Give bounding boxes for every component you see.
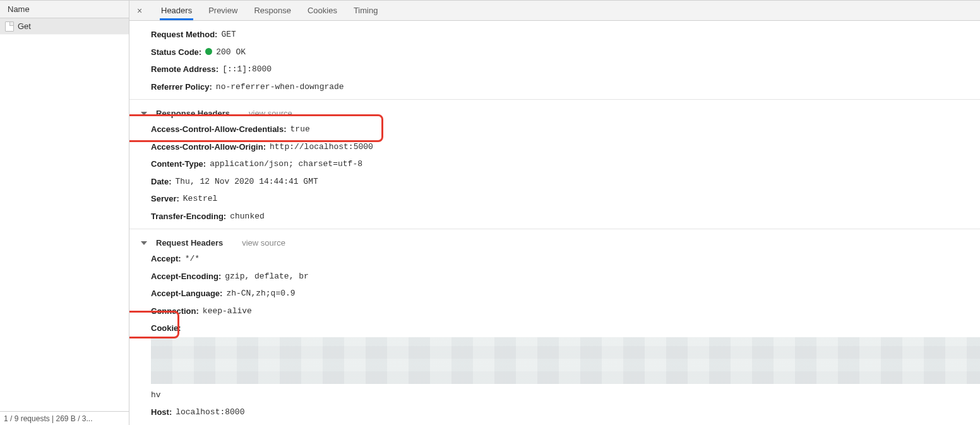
value-content-type: application/json; charset=utf-8 <box>210 158 362 171</box>
label-accept-encoding: Accept-Encoding: <box>151 270 221 283</box>
request-list-statusbar: 1 / 9 requests | 269 B / 3... <box>0 411 129 425</box>
request-item-name: Get <box>18 21 31 31</box>
request-list-item[interactable]: Get <box>0 18 129 35</box>
general-row-status: Status Code: 200 OK <box>141 44 980 61</box>
tab-preview[interactable]: Preview <box>207 1 239 20</box>
label-connection: Connection: <box>151 305 199 318</box>
tab-headers[interactable]: Headers <box>160 1 193 20</box>
request-headers-head[interactable]: Request Headers view source <box>141 234 980 250</box>
resp-row-te: Transfer-Encoding: chunked <box>141 208 980 225</box>
label-accept: Accept: <box>151 253 181 265</box>
chevron-down-icon <box>141 112 147 116</box>
general-row-method: Request Method: GET <box>141 26 980 44</box>
value-transfer-encoding: chunked <box>230 210 265 223</box>
resp-row-acac: Access-Control-Allow-Credentials: true <box>141 121 980 138</box>
resp-row-date: Date: Thu, 12 Nov 2020 14:44:41 GMT <box>141 173 980 191</box>
label-content-type: Content-Type: <box>151 158 206 171</box>
value-remote-address: [::1]:8000 <box>222 63 272 76</box>
general-row-refpolicy: Referrer Policy: no-referrer-when-downgr… <box>141 78 980 96</box>
response-headers-head[interactable]: Response Headers view source <box>141 105 980 121</box>
value-server: Kestrel <box>183 193 218 205</box>
tab-timing[interactable]: Timing <box>352 1 379 20</box>
req-row-accept-language: Accept-Language: zh-CN,zh;q=0.9 <box>141 285 980 302</box>
request-headers-view-source[interactable]: view source <box>242 238 285 248</box>
label-status-code: Status Code: <box>151 46 201 59</box>
label-cookie: Cookie: <box>151 322 181 335</box>
value-hv-fragment: hv <box>151 389 161 402</box>
resp-row-ct: Content-Type: application/json; charset=… <box>141 155 980 173</box>
request-headers-title: Request Headers <box>156 238 223 248</box>
value-status-code: 200 OK <box>205 46 246 59</box>
req-row-hv-fragment: hv <box>141 386 980 404</box>
value-acac: true <box>290 123 310 136</box>
value-accept: */* <box>185 253 200 265</box>
details-tabbar: × Headers Preview Response Cookies Timin… <box>129 1 980 21</box>
close-icon[interactable]: × <box>134 6 145 16</box>
resp-row-server: Server: Kestrel <box>141 190 980 208</box>
label-remote-address: Remote Address: <box>151 63 218 76</box>
response-headers-view-source[interactable]: view source <box>249 109 292 118</box>
chevron-down-icon <box>141 241 147 245</box>
resp-row-acao: Access-Control-Allow-Origin: http://loca… <box>141 138 980 156</box>
status-dot-icon <box>205 48 212 55</box>
req-row-accept-encoding: Accept-Encoding: gzip, deflate, br <box>141 268 980 285</box>
req-row-host: Host: localhost:8000 <box>141 404 980 421</box>
req-row-origin: Origin: http://localhost:5000 <box>141 421 980 426</box>
value-request-method: GET <box>221 28 236 41</box>
value-host: localhost:8000 <box>176 406 244 419</box>
request-list: Get <box>0 18 129 411</box>
label-accept-language: Accept-Language: <box>151 287 222 300</box>
devtools-network-panel: Name Get 1 / 9 requests | 269 B / 3... ×… <box>0 0 980 425</box>
label-host: Host: <box>151 406 172 419</box>
status-code-text: 200 OK <box>216 47 246 57</box>
request-list-pane: Name Get 1 / 9 requests | 269 B / 3... <box>0 1 129 425</box>
label-referrer-policy: Referrer Policy: <box>151 81 212 93</box>
req-row-cookie: Cookie: <box>141 320 980 337</box>
response-headers-section: Response Headers view source Access-Cont… <box>141 100 980 225</box>
general-row-remote: Remote Address: [::1]:8000 <box>141 61 980 78</box>
redacted-cookie-value <box>151 337 980 384</box>
value-date: Thu, 12 Nov 2020 14:44:41 GMT <box>176 176 318 188</box>
label-server: Server: <box>151 193 179 205</box>
request-list-header[interactable]: Name <box>0 1 129 18</box>
req-row-connection: Connection: keep-alive <box>141 302 980 320</box>
label-acao: Access-Control-Allow-Origin: <box>151 141 266 153</box>
label-acac: Access-Control-Allow-Credentials: <box>151 123 287 136</box>
label-date: Date: <box>151 176 172 188</box>
request-details-pane: × Headers Preview Response Cookies Timin… <box>129 1 980 425</box>
value-accept-encoding: gzip, deflate, br <box>225 270 309 283</box>
label-transfer-encoding: Transfer-Encoding: <box>151 210 226 223</box>
response-headers-title: Response Headers <box>156 109 230 118</box>
value-acao: http://localhost:5000 <box>270 141 373 153</box>
request-headers-section: Request Headers view source Accept: */* … <box>141 229 980 425</box>
tab-response[interactable]: Response <box>253 1 292 20</box>
document-icon <box>5 21 14 32</box>
label-request-method: Request Method: <box>151 28 217 41</box>
value-connection: keep-alive <box>203 305 252 318</box>
value-accept-language: zh-CN,zh;q=0.9 <box>226 287 295 300</box>
headers-content: Request Method: GET Status Code: 200 OK … <box>129 21 980 425</box>
tab-cookies[interactable]: Cookies <box>306 1 338 20</box>
req-row-accept: Accept: */* <box>141 250 980 268</box>
value-referrer-policy: no-referrer-when-downgrade <box>216 81 344 93</box>
